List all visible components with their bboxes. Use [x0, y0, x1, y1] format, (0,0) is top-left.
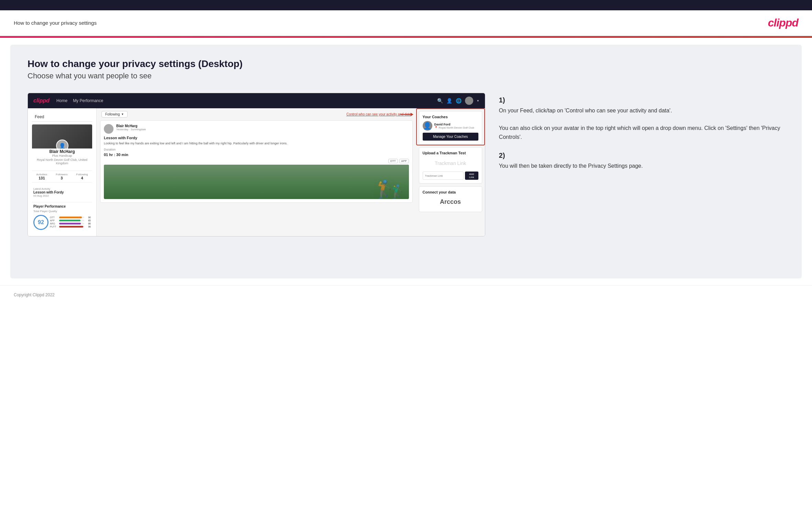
footer: Copyright Clippd 2022: [0, 285, 812, 304]
latest-activity: Latest Activity Lesson with Fordy 03 Aug…: [32, 185, 92, 199]
profile-name: Blair McHarg: [34, 149, 90, 154]
search-icon[interactable]: 🔍: [437, 98, 443, 103]
profile-stats: Activities 131 Followers 3 Following 4: [32, 170, 92, 183]
bar-app-label: APP: [50, 219, 58, 222]
player-performance: Player Performance Total Player Quality …: [32, 202, 92, 232]
content-row: clippd Home My Performance 🔍 👤 🌐 ▼: [28, 93, 784, 236]
tag-ott: OTT: [388, 159, 398, 163]
coach-name: David Ford: [434, 123, 474, 126]
globe-icon[interactable]: 🌐: [456, 98, 462, 103]
instruction-2-text: You will then be taken directly to the P…: [499, 162, 784, 170]
stat-followers-label: Followers: [56, 173, 67, 176]
trackman-card: Upload a Trackman Test Trackman Link Add…: [419, 147, 482, 184]
header: How to change your privacy settings clip…: [0, 10, 812, 36]
feed-header: Following ▼ Control who can see your act…: [100, 108, 413, 120]
arccos-text: Arccos: [423, 196, 478, 208]
feed-tab[interactable]: Feed: [32, 112, 92, 122]
trackman-input-row: Add Link: [423, 172, 478, 180]
profile-club: Royal North Devon Golf Club, United King…: [34, 158, 90, 165]
arrow-indicator: [400, 113, 413, 116]
main-content: How to change your privacy settings (Des…: [10, 45, 802, 278]
profile-banner: 👤: [32, 124, 92, 148]
pp-title: Player Performance: [33, 205, 91, 208]
connect-card: Connect your data Arccos: [419, 186, 482, 212]
instruction-2: 2) You will then be taken directly to th…: [499, 152, 784, 170]
lesson-duration-value: 01 hr : 30 min: [104, 153, 409, 157]
pp-bars: OTT 90 APP 85: [50, 216, 91, 229]
connect-title: Connect your data: [423, 190, 478, 194]
user-icon[interactable]: 👤: [446, 98, 452, 103]
arrow-line: [400, 114, 411, 115]
app-body: Feed 👤 Blair McHarg Plus Handicap: [28, 108, 485, 236]
bar-ott-fill: [59, 217, 82, 218]
accent-bar: [0, 36, 812, 38]
add-link-button[interactable]: Add Link: [465, 172, 478, 180]
lesson-desc: Looking to feel like my hands are exitin…: [104, 141, 409, 146]
tag-app: APP: [399, 159, 409, 163]
lesson-card: Blair McHarg Yesterday · Sunningdale Les…: [100, 120, 413, 203]
pp-row: 92 OTT 90 APP: [33, 215, 91, 230]
lesson-image: 🏌️ 🏌️‍♂️: [104, 165, 409, 199]
clippd-logo: clippd: [768, 16, 798, 29]
top-bar: [0, 0, 812, 10]
header-title: How to change your privacy settings: [14, 20, 97, 26]
lesson-user-info: Blair McHarg Yesterday · Sunningdale: [116, 124, 146, 131]
page-heading: How to change your privacy settings (Des…: [28, 58, 784, 69]
coach-club: 📍 Royal North Devon Golf Club: [434, 126, 474, 129]
stat-activities: Activities 131: [36, 173, 47, 180]
arrow-head: [411, 113, 413, 116]
trackman-input[interactable]: [423, 172, 464, 180]
stat-following-label: Following: [76, 173, 88, 176]
app-nav: clippd Home My Performance 🔍 👤 🌐 ▼: [28, 93, 485, 108]
page-subheading: Choose what you want people to see: [28, 71, 784, 80]
bar-ott: OTT 90: [50, 216, 91, 219]
coach-avatar: 👤: [423, 121, 432, 131]
coach-info: David Ford 📍 Royal North Devon Golf Club: [434, 123, 474, 129]
bar-arg-label: ARG: [50, 222, 58, 225]
bar-app-track: [59, 220, 84, 221]
app-right-panel: Your Coaches 👤 David Ford 📍 Royal Nor: [416, 108, 485, 236]
bar-putt: PUTT 96: [50, 225, 91, 228]
app-sidebar: Feed 👤 Blair McHarg Plus Handicap: [28, 108, 97, 236]
lesson-tags: OTT APP: [104, 159, 409, 163]
bar-arg-fill: [59, 223, 81, 224]
chevron-down-icon[interactable]: ▼: [477, 99, 479, 102]
lesson-username: Blair McHarg: [116, 124, 146, 128]
pp-quality-label: Total Player Quality: [33, 210, 91, 213]
following-button[interactable]: Following ▼: [101, 111, 128, 118]
trackman-title: Upload a Trackman Test: [423, 151, 478, 155]
manage-coaches-button[interactable]: Manage Your Coaches: [423, 133, 478, 141]
bar-putt-track: [59, 226, 84, 228]
stat-activities-label: Activities: [36, 173, 47, 176]
following-label: Following: [105, 112, 120, 116]
coaches-title: Your Coaches: [423, 115, 478, 119]
bar-app-val: 85: [85, 219, 91, 222]
stat-following: Following 4: [76, 173, 88, 180]
bar-app-fill: [59, 220, 80, 221]
latest-activity-title: Lesson with Fordy: [33, 190, 91, 194]
lesson-duration-label: Duration: [104, 148, 409, 151]
copyright-text: Copyright Clippd 2022: [14, 293, 55, 297]
nav-link-performance: My Performance: [73, 98, 103, 103]
lesson-card-header: Blair McHarg Yesterday · Sunningdale: [104, 124, 409, 134]
lesson-title: Lesson with Fordy: [104, 136, 409, 140]
bar-putt-fill: [59, 226, 83, 228]
bar-arg-val: 86: [85, 222, 91, 225]
app-logo-inner: clippd: [33, 98, 50, 104]
lesson-user-avatar: [104, 124, 113, 134]
stat-followers: Followers 3: [56, 173, 67, 180]
bar-ott-track: [59, 217, 84, 218]
golf-bg: [104, 165, 409, 199]
screenshot-wrapper: clippd Home My Performance 🔍 👤 🌐 ▼: [28, 93, 485, 236]
bar-arg: ARG 86: [50, 222, 91, 225]
app-nav-right: 🔍 👤 🌐 ▼: [437, 97, 479, 105]
instruction-1: 1) On your Feed, click/tap on 'Control w…: [499, 96, 784, 141]
app-nav-links: Home My Performance: [56, 98, 103, 103]
following-chevron: ▼: [121, 113, 124, 116]
bar-ott-label: OTT: [50, 216, 58, 219]
latest-activity-date: 03 Aug 2022: [33, 194, 91, 197]
nav-avatar[interactable]: [465, 97, 473, 105]
golfer2-icon: 🏌️‍♂️: [389, 184, 405, 199]
bar-putt-val: 96: [85, 225, 91, 228]
screenshot-container: clippd Home My Performance 🔍 👤 🌐 ▼: [28, 93, 485, 236]
